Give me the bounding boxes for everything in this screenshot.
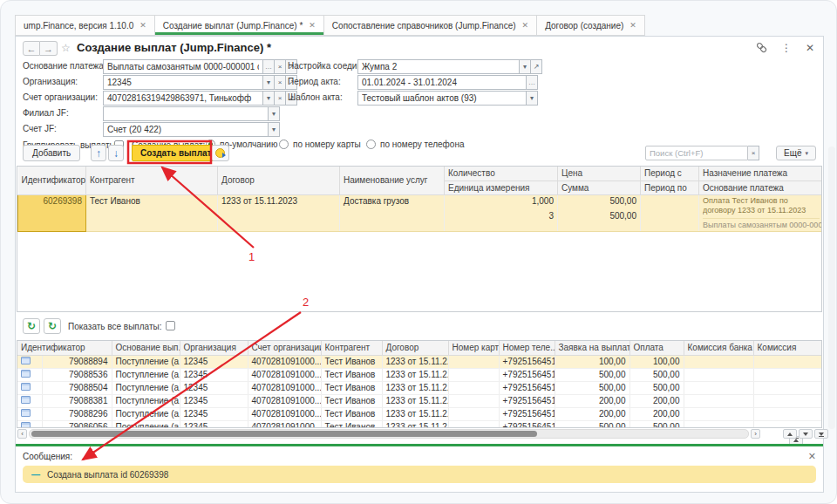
cell-contractor[interactable]: Тест Иванов [321,394,382,407]
dropdown-button[interactable]: ▾ [269,122,280,137]
cell-qty-unit[interactable]: 1,000 3 [445,194,558,231]
forward-button[interactable]: → [40,41,58,56]
show-all-payments-checkbox[interactable] [166,321,175,330]
cell-request[interactable]: 500,00 [555,381,629,394]
cell-basis[interactable]: Поступление (а... [112,407,180,420]
dropdown-button[interactable]: ▾ [269,106,280,121]
cell-payment[interactable]: 500,00 [629,368,684,381]
collapse-icon[interactable]: — [31,470,40,480]
table-row[interactable]: 79088381 Поступление (а... 12345 4070281… [17,394,822,407]
messages-close-icon[interactable]: ✕ [808,452,816,461]
cell-bank-fee[interactable] [684,407,753,420]
col-org-account[interactable]: Счет организации [248,341,321,355]
cell-request[interactable]: 500,00 [555,420,629,428]
col-bank-fee[interactable]: Комиссия банка [684,341,753,355]
col-period-from[interactable]: Период с [641,167,699,180]
table-row[interactable]: 79088536 Поступление (а... 12345 4070281… [17,368,822,381]
cell-basis[interactable]: Поступление (а... [112,368,180,381]
scrollbar-thumb[interactable] [31,431,537,437]
cell-phone[interactable]: +79251564512 [499,394,555,407]
cell-account[interactable]: 4070281091000... [248,407,321,420]
cell-payment[interactable]: 500,00 [629,420,684,428]
cell-basis[interactable]: Поступление (а... [112,394,180,407]
scroll-down-button[interactable] [799,429,813,439]
radio-by-phone-icon[interactable] [366,140,376,149]
cell-contractor[interactable]: Тест Иванов [321,355,382,368]
cell-org[interactable]: 12345 [180,394,248,407]
cell-contractor[interactable]: Тест Иванов [86,194,218,231]
cell-id[interactable]: 79088381 [42,394,112,407]
dropdown-button[interactable]: ▾ [263,75,275,90]
account-jf-input[interactable] [103,122,269,137]
create-acts-button[interactable] [211,145,229,161]
dropdown-button[interactable]: ▾ [527,91,538,106]
clear-button[interactable]: × [275,75,286,90]
col-request[interactable]: Заявка на выплату [555,341,629,355]
tab-close-icon[interactable]: ✕ [140,22,146,30]
cell-org[interactable]: 12345 [180,420,248,428]
cell-contract[interactable]: 1233 от 15.11.2023 [218,194,340,231]
organization-input[interactable] [103,75,263,90]
scroll-left-button[interactable]: ‹ [17,429,27,439]
col-quantity[interactable]: Количество [445,167,558,180]
cell-fee[interactable] [753,355,822,368]
payment-basis-input[interactable] [103,59,263,74]
col-purpose[interactable]: Назначение платежа [699,167,823,180]
ellipsis-button[interactable]: … [527,75,538,90]
search-input[interactable] [645,146,748,160]
branch-jf-input[interactable] [103,106,269,121]
col-basis[interactable]: Основание платежа [699,180,823,194]
cell-card[interactable] [448,381,499,394]
cell-contractor[interactable]: Тест Иванов [321,420,382,428]
cell-phone[interactable]: +79251564512 [499,407,555,420]
cell-bank-fee[interactable] [684,381,753,394]
cell-price-sum[interactable]: 500,00 500,00 [558,194,641,231]
col-organization[interactable]: Организация [180,341,248,355]
vertical-scrollbar[interactable] [828,146,835,429]
clear-button[interactable]: × [275,91,286,106]
cell-card[interactable] [448,420,499,428]
window-close-icon[interactable]: ✕ [806,43,814,53]
tab-main[interactable]: ump.Finance, версия 1.10.0 ✕ [15,15,154,36]
col-card-number[interactable]: Номер карты [448,341,499,355]
radio-by-card[interactable]: по номеру карты [279,140,361,149]
cell-request[interactable]: 500,00 [555,368,629,381]
ellipsis-button[interactable]: … [263,59,275,74]
tab-contract[interactable]: Договор (создание) ✕ [536,15,645,36]
col-contract[interactable]: Договор [218,167,340,194]
col-fee[interactable]: Комиссия [753,341,822,355]
col-service[interactable]: Наименование услуг [340,167,445,194]
table-row[interactable]: 79088894 Поступление (а... 12345 4070281… [17,355,822,368]
act-template-input[interactable] [357,91,527,106]
radio-by-phone[interactable]: по номеру телефона [366,140,464,149]
message-item[interactable]: — Создана выплата id 60269398 [23,466,816,483]
move-up-button[interactable]: ↑ [91,145,106,161]
horizontal-scrollbar[interactable] [29,429,749,439]
col-contractor[interactable]: Контрагент [86,167,218,194]
add-button[interactable]: Добавить [23,145,80,161]
cell-card[interactable] [448,407,499,420]
cell-contractor[interactable]: Тест Иванов [321,407,382,420]
cell-request[interactable]: 100,00 [555,355,629,368]
scroll-to-bottom-button[interactable] [814,429,828,439]
cell-service[interactable]: Доставка грузов [340,194,445,231]
cell-payment[interactable]: 200,00 [629,394,684,407]
cell-id[interactable]: 79086056 [42,420,112,428]
export-payments-button[interactable]: ↻ [23,318,40,334]
cell-contract[interactable]: 1233 от 15.11.2... [382,368,448,381]
search-clear-button[interactable]: × [748,146,759,160]
refresh-button[interactable]: ↻ [44,318,61,334]
cell-id[interactable]: 79088296 [42,407,112,420]
more-menu-icon[interactable]: ⋮ [781,43,792,53]
cell-card[interactable] [448,355,499,368]
dropdown-button[interactable]: ▾ [263,91,275,106]
cell-card[interactable] [448,394,499,407]
radio-by-card-icon[interactable] [279,140,289,149]
cell-org[interactable]: 12345 [180,407,248,420]
cell-contract[interactable]: 1233 от 15.11.2... [382,355,448,368]
clear-button[interactable]: × [275,59,286,74]
connection-input[interactable] [357,59,520,74]
cell-phone[interactable]: +79251564512 [499,420,555,428]
cell-phone[interactable]: +79251564512 [499,368,555,381]
table-row[interactable]: 79088504 Поступление (а... 12345 4070281… [17,381,822,394]
